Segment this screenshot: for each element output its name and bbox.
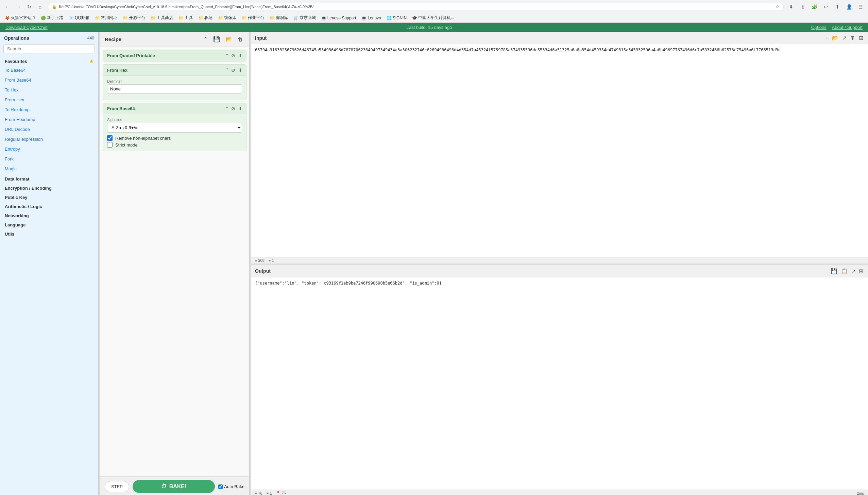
sidebar-section-networking: Networking [0,210,98,220]
strict-mode-checkbox[interactable] [107,142,113,148]
step-button[interactable]: STEP [105,481,129,492]
step3-remove-btn[interactable]: ⏸ [237,106,242,111]
step3-collapse-btn[interactable]: ⌃ [225,106,229,111]
output-panel: Output 💾 📋 ↗ ⊞ {"username":"lin", "token… [251,265,868,495]
address-bar[interactable]: 🔒 file:///C:/Users/LEOVO1/Desktop/CyberC… [48,3,784,11]
sidebar-section-arithmetic: Arithmetic / Logic [0,201,98,210]
step1-header: From Quoted Printable ⌃ ⊘ ⏸ [103,50,246,61]
step1-remove-btn[interactable]: ⏸ [237,53,242,58]
sidebar-item-regex[interactable]: Regular expression [0,134,98,144]
bookmark-workplace[interactable]: 📁职场 [196,14,215,21]
output-time: 2ms [857,491,864,495]
about-link[interactable]: About / Support [832,25,863,30]
forward-button[interactable]: → [14,2,23,12]
recipe-body: From Quoted Printable ⌃ ⊘ ⏸ From Hex ⌃ ⊘… [100,47,249,476]
alphabet-label: Alphabet [107,118,242,122]
bookmark-homework[interactable]: 📁作业平台 [240,14,266,21]
sidebar-item-url-decode[interactable]: URL Decode [0,124,98,134]
delimiter-input[interactable] [107,84,242,93]
info-btn[interactable]: ℹ [798,2,807,12]
bookmark-tools[interactable]: 📁工具 [176,14,195,21]
bookmark-university[interactable]: 🎓中国大学生计算机... [410,14,456,21]
output-tab-btn[interactable]: ↗ [850,267,856,275]
bookmark-firefox[interactable]: 🦊火狐官方站点 [3,14,37,21]
bookmark-lenovo-support[interactable]: 💻Lenovo Support [319,15,358,21]
input-open-btn[interactable]: 📂 [831,34,839,42]
alphabet-select[interactable]: A-Za-z0-9+/= [107,123,242,133]
recipe-folder-btn[interactable]: 📂 [224,35,234,43]
sidebar-section-favourites: Favourites ★ [0,56,98,65]
reload-button[interactable]: ↻ [24,2,34,12]
bookmark-toolstore[interactable]: 📁工具商店 [149,14,175,21]
output-content: {"username":"lin", "token":"c93169f1eb9b… [251,277,868,490]
input-content[interactable]: 65794a3163325679626d46745a534936496d7878… [251,44,868,257]
download-btn[interactable]: ⬇ [786,2,796,12]
profile-btn[interactable]: 👤 [844,2,854,12]
step2-disable-btn[interactable]: ⊘ [231,67,235,73]
utils-label: Utils [5,232,14,237]
step2-header: From Hex ⌃ ⊘ ⏸ [103,65,246,76]
history-btn[interactable]: ↩ [821,2,831,12]
output-expand-btn[interactable]: ⊞ [858,267,864,275]
sidebar-section-language: Language [0,220,98,229]
download-cyberchef-link[interactable]: Download CyberChef [5,25,48,30]
sidebar-item-from-hex[interactable]: From Hex [0,95,98,105]
address-text: file:///C:/Users/LEOVO1/Desktop/CyberChe… [59,5,773,9]
bookmark-newbie[interactable]: 🟢新手上路 [39,14,65,21]
alphabet-field: Alphabet A-Za-z0-9+/= [107,118,242,133]
recipe-save-btn[interactable]: 💾 [212,35,221,43]
sidebar-section-public-key: Public Key [0,192,98,201]
input-add-btn[interactable]: + [825,34,829,42]
bookmark-lenovo[interactable]: 💻Lenovo [359,15,383,21]
step2-remove-btn[interactable]: ⏸ [237,67,242,73]
sidebar-item-entropy[interactable]: Entropy [0,144,98,154]
step1-disable-btn[interactable]: ⊘ [231,53,235,58]
recipe-clear-btn[interactable]: 🗑 [236,35,244,43]
bookmark-jd[interactable]: 🛒京东商城 [291,14,318,21]
bake-button[interactable]: ⏱ BAKE! [133,480,215,493]
sidebar-list: Favourites ★ To Base64 From Base64 To He… [0,56,98,495]
input-clear-btn[interactable]: 🗑 [849,34,856,42]
bookmark-star-icon[interactable]: ☆ [776,4,779,9]
sidebar-item-from-base64[interactable]: From Base64 [0,75,98,85]
recipe-step-from-quoted-printable: From Quoted Printable ⌃ ⊘ ⏸ [103,50,246,62]
options-link[interactable]: Options [811,25,827,30]
input-chars: ≡ 208 [255,258,265,262]
sidebar-section-data-format: Data format [0,174,98,183]
auto-bake-checkbox[interactable] [218,484,223,489]
sidebar-section-utils: Utils [0,229,98,238]
bookmark-signin[interactable]: 🌐SIGNIN [385,15,409,21]
step3-disable-btn[interactable]: ⊘ [231,106,235,111]
home-button[interactable]: ⌂ [35,2,45,12]
auto-bake-label: Auto Bake [224,484,244,489]
recipe-collapse-btn[interactable]: ⌃ [202,35,209,43]
step1-collapse-btn[interactable]: ⌃ [225,53,229,58]
remove-nonalphabet-checkbox[interactable] [107,135,113,141]
bookmark-vuln[interactable]: 📁漏洞库 [268,14,290,21]
output-save-btn[interactable]: 💾 [830,267,838,275]
bookmark-opensource[interactable]: 📁开源平台 [121,14,147,21]
encryption-label: Encryption / Encoding [5,186,52,191]
bookmark-common[interactable]: 📁常用网址 [93,14,119,21]
step2-collapse-btn[interactable]: ⌃ [225,67,229,73]
search-input[interactable] [3,44,95,53]
recipe-title: Recipe [105,36,121,42]
step3-body: Alphabet A-Za-z0-9+/= Remove non-alphabe… [103,114,246,151]
favourites-star-icon: ★ [89,59,93,64]
input-open-tab-btn[interactable]: ↗ [841,34,847,42]
sidebar-item-to-hex[interactable]: To Hex [0,85,98,95]
sidebar-item-magic[interactable]: Magic [0,164,98,174]
sidebar-item-from-hexdump[interactable]: From Hexdump [0,115,98,124]
sidebar-item-fork[interactable]: Fork [0,154,98,164]
menu-btn[interactable]: ☰ [856,2,865,12]
input-expand-btn[interactable]: ⊞ [858,34,864,42]
share-btn[interactable]: ⬆ [833,2,842,12]
sidebar-item-to-base64[interactable]: To Base64 [0,65,98,75]
io-panels: Input + 📂 ↗ 🗑 ⊞ 65794a3163325679626d4674… [251,32,868,495]
bookmark-qq[interactable]: 📧QQ邮箱 [67,14,91,21]
sidebar-item-to-hexdump[interactable]: To Hexdump [0,105,98,115]
back-button[interactable]: ← [3,2,12,12]
bookmark-mirror[interactable]: 📁镜像库 [216,14,238,21]
extensions-btn[interactable]: 🧩 [810,2,819,12]
output-copy-btn[interactable]: 📋 [840,267,848,275]
